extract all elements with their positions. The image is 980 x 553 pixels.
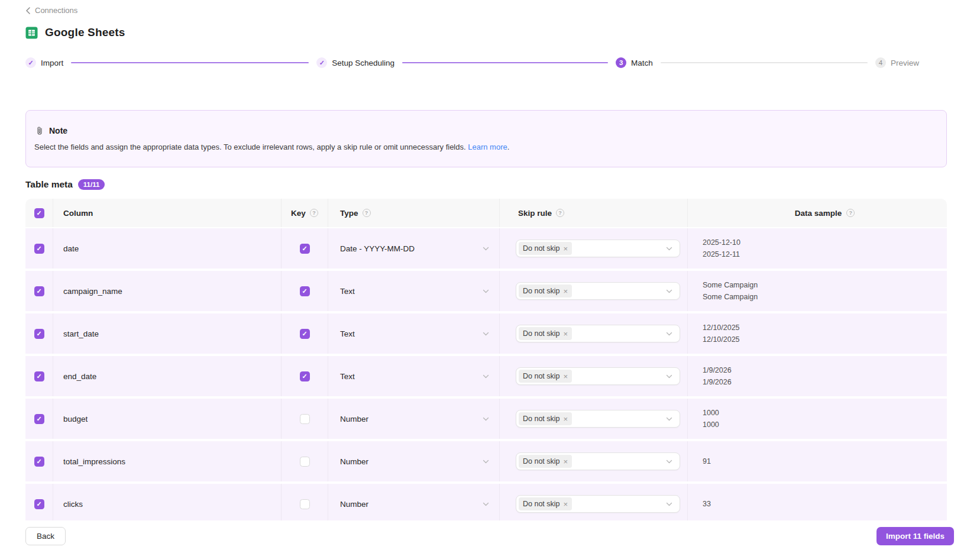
type-select[interactable]: Text [328, 356, 500, 396]
table-header-row: ✓ Column Key ? Type ? Skip rule ? Data s… [25, 199, 947, 228]
help-icon[interactable]: ? [310, 209, 318, 217]
skip-rule-tag: Do not skip × [519, 455, 572, 468]
data-sample-cell: 2025-12-102025-12-11 [688, 228, 947, 269]
type-header: Type [340, 209, 358, 218]
key-checkbox[interactable]: ✓ [300, 371, 310, 381]
remove-tag-icon[interactable]: × [564, 373, 568, 380]
step-import[interactable]: ✓ Import [25, 57, 63, 68]
sample-value: 1/9/2026 [703, 377, 732, 388]
table-row: ✓ campaign_name ✓ Text Do not skip × [25, 271, 947, 313]
app-title-row: Google Sheets [25, 26, 955, 39]
skip-rule-select[interactable]: Do not skip × [516, 240, 680, 257]
sample-value: 91 [703, 456, 711, 467]
type-value: Text [340, 287, 355, 296]
chevron-down-icon [665, 500, 673, 508]
type-select[interactable]: Text [328, 271, 500, 311]
row-select-checkbox[interactable]: ✓ [34, 286, 44, 296]
skip-rule-tag: Do not skip × [519, 327, 572, 340]
type-value: Number [340, 415, 368, 423]
paperclip-icon [36, 126, 43, 135]
skip-rule-tag: Do not skip × [519, 412, 572, 425]
row-select-checkbox[interactable]: ✓ [34, 414, 44, 424]
key-checkbox[interactable]: ✓ [300, 286, 310, 296]
help-icon[interactable]: ? [846, 209, 855, 217]
key-checkbox[interactable]: ✓ [300, 329, 310, 339]
note-title: Note [49, 126, 67, 135]
match-step-page: Connections Google Sheets ✓ Import ✓ Set… [0, 0, 980, 553]
data-sample-header: Data sample [795, 209, 842, 218]
key-checkbox[interactable]: ✓ [300, 244, 310, 254]
skip-rule-select[interactable]: Do not skip × [516, 325, 680, 342]
row-select-checkbox[interactable]: ✓ [34, 457, 44, 467]
step-number: 4 [875, 57, 886, 68]
remove-tag-icon[interactable]: × [564, 287, 568, 295]
data-sample-cell: 12/10/202512/10/2025 [688, 313, 947, 354]
select-all-checkbox[interactable]: ✓ [34, 208, 44, 218]
skip-rule-select[interactable]: Do not skip × [516, 410, 680, 428]
type-select[interactable]: Text [328, 313, 500, 354]
remove-tag-icon[interactable]: × [564, 458, 568, 465]
skip-rule-value: Do not skip [523, 287, 560, 295]
stepper: ✓ Import ✓ Setup Scheduling 3 Match 4 Pr… [25, 57, 955, 68]
type-select[interactable]: Date - YYYY-MM-DD [328, 228, 500, 269]
step-check-icon: ✓ [316, 57, 327, 68]
table-row: ✓ date ✓ Date - YYYY-MM-DD Do not skip × [25, 228, 947, 271]
help-icon[interactable]: ? [556, 209, 564, 217]
step-match[interactable]: 3 Match [616, 57, 653, 68]
chevron-down-icon [482, 373, 490, 380]
sample-value: 12/10/2025 [703, 322, 740, 334]
type-select[interactable]: Number [328, 441, 500, 481]
note-title-row: Note [36, 126, 932, 135]
step-setup-scheduling[interactable]: ✓ Setup Scheduling [316, 57, 394, 68]
skip-rule-tag: Do not skip × [519, 370, 572, 383]
skip-rule-value: Do not skip [523, 415, 560, 423]
remove-tag-icon[interactable]: × [564, 415, 568, 423]
section-head: Table meta 11/11 [25, 179, 955, 190]
learn-more-link[interactable]: Learn more [468, 143, 507, 151]
skip-rule-value: Do not skip [523, 372, 560, 380]
import-button[interactable]: Import 11 fields [876, 527, 954, 545]
row-select-checkbox[interactable]: ✓ [34, 244, 44, 254]
table-row: ✓ start_date ✓ Text Do not skip × [25, 313, 947, 356]
data-sample-cell: Some CampaignSome Campaign [688, 271, 947, 311]
skip-rule-tag: Do not skip × [519, 284, 572, 297]
remove-tag-icon[interactable]: × [564, 500, 568, 508]
key-checkbox[interactable] [300, 457, 310, 467]
column-name: clicks [63, 500, 83, 509]
data-sample-cell: 33 [688, 484, 947, 520]
remove-tag-icon[interactable]: × [564, 245, 568, 253]
skip-rule-select[interactable]: Do not skip × [516, 367, 680, 385]
key-checkbox[interactable] [300, 499, 310, 509]
remove-tag-icon[interactable]: × [564, 330, 568, 338]
chevron-down-icon [665, 330, 673, 338]
help-icon[interactable]: ? [363, 209, 371, 217]
skip-rule-select[interactable]: Do not skip × [516, 452, 680, 470]
sample-value: Some Campaign [703, 292, 758, 303]
sample-value: 33 [703, 499, 711, 510]
key-header: Key [291, 209, 306, 218]
key-checkbox[interactable] [300, 414, 310, 424]
column-name: date [63, 244, 79, 253]
type-select[interactable]: Number [328, 399, 500, 439]
skip-rule-value: Do not skip [523, 244, 560, 253]
google-sheets-icon [25, 27, 38, 39]
column-name: total_impressions [63, 457, 125, 466]
step-connector [402, 62, 608, 63]
step-label: Import [41, 59, 63, 67]
step-connector [71, 62, 309, 63]
type-select[interactable]: Number [328, 484, 500, 520]
step-label: Preview [891, 59, 919, 67]
row-select-checkbox[interactable]: ✓ [34, 499, 44, 509]
column-name: campaign_name [63, 287, 122, 296]
breadcrumb[interactable]: Connections [25, 6, 77, 15]
back-button[interactable]: Back [25, 527, 66, 545]
note-body: Select the fields and assign the appropr… [34, 143, 932, 151]
row-select-checkbox[interactable]: ✓ [34, 371, 44, 381]
step-connector [661, 62, 868, 63]
row-select-checkbox[interactable]: ✓ [34, 329, 44, 339]
breadcrumb-label[interactable]: Connections [35, 6, 77, 15]
skip-rule-select[interactable]: Do not skip × [516, 282, 680, 300]
skip-rule-select[interactable]: Do not skip × [516, 495, 680, 513]
step-preview[interactable]: 4 Preview [875, 57, 919, 68]
chevron-down-icon [665, 287, 673, 295]
